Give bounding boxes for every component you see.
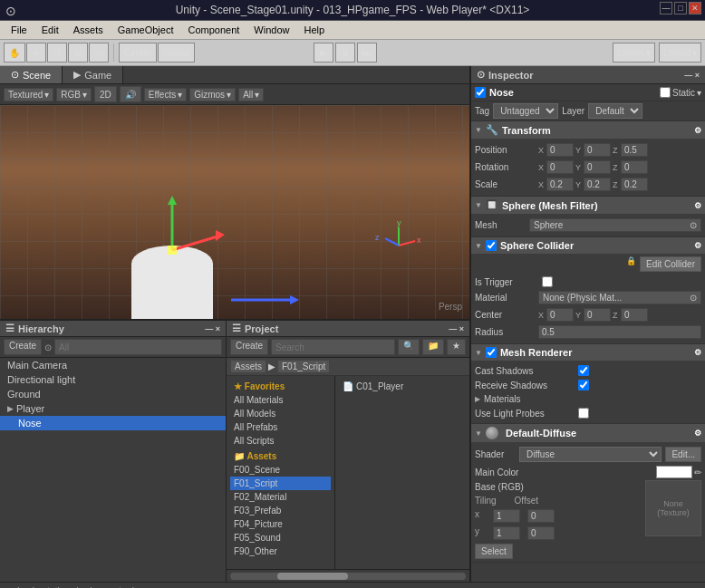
light-probes-checkbox[interactable] [578, 408, 589, 419]
tiling-y-input[interactable] [493, 526, 520, 540]
asset-f02-material[interactable]: F02_Material [230, 490, 331, 504]
fav-all-models[interactable]: All Models [230, 407, 331, 420]
script-c01-player[interactable]: 📄 C01_Player [339, 380, 466, 393]
menu-window[interactable]: Window [246, 23, 296, 37]
hierarchy-create-button[interactable]: Create [4, 339, 42, 355]
asset-f90-other[interactable]: F90_Other [230, 545, 331, 558]
sphere-collider-header[interactable]: ▼ Sphere Collider ⚙ [471, 237, 705, 254]
center-x-input[interactable] [546, 308, 574, 322]
project-star-button[interactable]: ★ [447, 339, 466, 355]
project-create-button[interactable]: Create [230, 339, 268, 355]
rgb-dropdown[interactable]: RGB▾ [56, 88, 92, 101]
global-button[interactable]: Global [158, 43, 195, 63]
cast-shadows-checkbox[interactable] [578, 365, 589, 376]
select-texture-button[interactable]: Select [475, 544, 513, 559]
project-search-button[interactable]: 🔍 [398, 339, 420, 355]
rot-y-input[interactable] [584, 160, 611, 174]
breadcrumb-assets[interactable]: Assets [230, 360, 266, 373]
fav-all-scripts[interactable]: All Scripts [230, 434, 331, 448]
eyedropper-icon[interactable]: ✏ [694, 468, 701, 477]
play-button[interactable]: ▶ [314, 43, 333, 63]
pause-button[interactable]: ⏸ [335, 43, 355, 63]
mesh-filter-header[interactable]: ▼ 🔲 Sphere (Mesh Filter) ⚙ [471, 197, 705, 214]
center-z-input[interactable] [621, 308, 648, 322]
scale-y-input[interactable] [584, 178, 611, 191]
2d-button[interactable]: 2D [94, 86, 117, 102]
radius-input[interactable] [538, 325, 701, 339]
mesh-renderer-header[interactable]: ▼ Mesh Renderer ⚙ [471, 344, 705, 361]
fav-all-prefabs[interactable]: All Prefabs [230, 420, 331, 434]
offset-x-input[interactable] [527, 509, 555, 523]
close-button[interactable]: ✕ [689, 2, 701, 14]
fav-all-materials[interactable]: All Materials [230, 393, 331, 407]
maximize-button[interactable]: □ [674, 2, 687, 14]
hierarchy-item-main-camera[interactable]: Main Camera [0, 358, 226, 372]
titlebar-controls: — □ ✕ [660, 2, 701, 14]
none-texture-box[interactable]: None (Texture) [645, 480, 701, 536]
layers-dropdown[interactable]: Layers▾ [613, 43, 655, 63]
gizmos-dropdown[interactable]: Gizmos▾ [189, 88, 236, 101]
transform-header[interactable]: ▼ 🔧 Transform ⚙ [471, 121, 705, 139]
project-scrollbar-thumb[interactable] [277, 573, 348, 580]
rect-tool-button[interactable]: ▭ [89, 43, 109, 63]
hierarchy-item-nose[interactable]: Nose [0, 416, 226, 430]
center-button[interactable]: Center [119, 43, 157, 63]
hand-tool-button[interactable]: ✋ [4, 43, 25, 63]
scale-x-input[interactable] [546, 178, 574, 191]
object-active-checkbox[interactable] [475, 87, 486, 98]
menu-help[interactable]: Help [296, 23, 332, 37]
asset-f04-picture[interactable]: F04_Picture [230, 517, 331, 531]
color-swatch[interactable] [656, 466, 692, 478]
pos-x-input[interactable] [546, 143, 574, 157]
tab-scene[interactable]: ⊙ Scene [0, 66, 63, 83]
hierarchy-item-ground[interactable]: Ground [0, 387, 226, 401]
layer-dropdown[interactable]: Default [588, 103, 642, 119]
viewport[interactable]: x y z Persp [0, 105, 469, 319]
scale-z-input[interactable] [621, 178, 648, 191]
menu-gameobject[interactable]: GameObject [111, 23, 181, 37]
shader-dropdown[interactable]: Diffuse [519, 447, 662, 462]
material-header[interactable]: ▼ Default-Diffuse ⚙ [471, 424, 705, 442]
effects-dropdown[interactable]: Effects▾ [144, 88, 187, 101]
pos-y-input[interactable] [584, 143, 611, 157]
offset-y-input[interactable] [527, 526, 555, 540]
center-y-input[interactable] [584, 308, 611, 322]
asset-f05-sound[interactable]: F05_Sound [230, 531, 331, 545]
material-section: ▼ Default-Diffuse ⚙ Shader Diffuse Edit.… [471, 424, 705, 563]
menu-file[interactable]: File [4, 23, 34, 37]
asset-f00-scene[interactable]: F00_Scene [230, 463, 331, 477]
static-checkbox[interactable] [660, 87, 671, 98]
menu-assets[interactable]: Assets [66, 23, 111, 37]
audio-button[interactable]: 🔊 [120, 86, 141, 102]
move-tool-button[interactable]: ✛ [26, 43, 46, 63]
tag-dropdown[interactable]: Untagged [493, 103, 558, 119]
mesh-renderer-checkbox[interactable] [486, 347, 497, 358]
tiling-x-input[interactable] [493, 509, 520, 523]
minimize-button[interactable]: — [660, 2, 672, 14]
breadcrumb-f01[interactable]: F01_Script [277, 360, 330, 373]
project-search-input[interactable] [271, 339, 395, 355]
hierarchy-item-directional-light[interactable]: Directional light [0, 372, 226, 387]
shader-edit-button[interactable]: Edit... [665, 447, 701, 462]
rotate-tool-button[interactable]: ↺ [47, 43, 67, 63]
hierarchy-item-player[interactable]: ▶ Player [0, 401, 226, 416]
rot-x-input[interactable] [546, 160, 574, 174]
asset-f01-script[interactable]: F01_Script [230, 477, 331, 490]
project-folder-button[interactable]: 📁 [422, 339, 444, 355]
rot-z-input[interactable] [621, 160, 648, 174]
layout-dropdown[interactable]: Layout▾ [659, 43, 701, 63]
textured-dropdown[interactable]: Textured▾ [4, 88, 53, 101]
pos-z-input[interactable] [621, 143, 648, 157]
tab-game[interactable]: ▶ Game [63, 66, 123, 83]
sphere-collider-checkbox[interactable] [486, 240, 497, 251]
is-trigger-checkbox[interactable] [542, 276, 553, 287]
hierarchy-search-input[interactable] [54, 339, 222, 355]
asset-f03-prefab[interactable]: F03_Prefab [230, 504, 331, 517]
scale-tool-button[interactable]: ⊞ [68, 43, 88, 63]
step-button[interactable]: ⏭ [357, 43, 377, 63]
edit-collider-button[interactable]: Edit Collider [640, 256, 701, 272]
menu-edit[interactable]: Edit [34, 23, 66, 37]
receive-shadows-checkbox[interactable] [578, 380, 589, 390]
menu-component[interactable]: Component [180, 23, 246, 37]
all-dropdown[interactable]: All▾ [238, 88, 264, 101]
